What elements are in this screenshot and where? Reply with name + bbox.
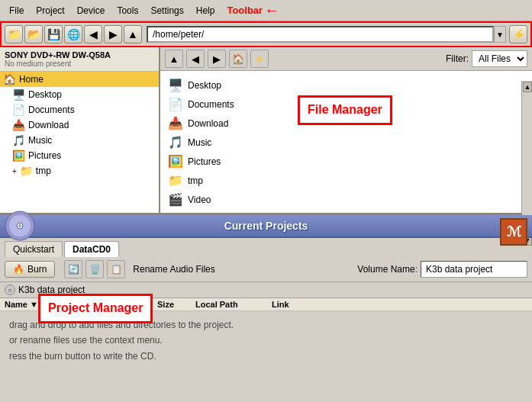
nav-up-btn[interactable]: ▲ — [165, 50, 183, 68]
filter-label: Filter: — [446, 53, 469, 64]
address-dropdown-btn[interactable]: ▼ — [494, 26, 506, 43]
menu-project[interactable]: Project — [30, 4, 70, 18]
nav-back-btn[interactable]: ◀ — [186, 50, 205, 68]
toolbar-extra-btn[interactable]: ⚡ — [509, 25, 527, 43]
toolbar-up-btn[interactable]: ▲ — [124, 25, 142, 43]
k3b-clear-btn[interactable]: 🗑️ — [85, 260, 104, 278]
toolbar-annotation: Toolbar — [227, 5, 263, 16]
k3b-tabs: Quickstart DataCD0 — [0, 238, 532, 257]
home-label: Home — [19, 74, 44, 85]
bm-tmp-label: tmp — [188, 175, 203, 186]
k3b-header: Current Projects ℳ — [0, 215, 532, 238]
filter-select[interactable]: All Files — [472, 50, 527, 67]
tree-container: 🏠 Home 🖥️ Desktop 📄 Documents 📥 Download… — [0, 72, 159, 213]
pictures-label: Pictures — [28, 150, 61, 161]
scroll-track — [522, 93, 532, 234]
documents-label: Documents — [28, 105, 75, 115]
bm-video-icon: 🎬 — [168, 192, 183, 207]
k3b-toolbar: 🔥 Burn 🔄 🗑️ 📋 Rename Audio Files Volume … — [0, 257, 532, 282]
address-input[interactable] — [147, 26, 494, 43]
toolbar-new-btn[interactable]: 📁 — [5, 25, 23, 43]
tab-datacd0[interactable]: DataCD0 — [64, 241, 119, 257]
drive-header: SONY DVD+-RW DW-Q58A No medium present — [0, 47, 159, 72]
toolbar: 📁 📂 💾 🌐 ◀ ▶ ▲ ▼ ⚡ — [0, 21, 532, 47]
toolbar-save-btn[interactable]: 💾 — [44, 25, 63, 43]
bm-documents-label: Documents — [188, 99, 234, 110]
tree-item-desktop[interactable]: 🖥️ Desktop — [0, 87, 159, 102]
scroll-up-btn[interactable]: ▲ — [523, 82, 532, 92]
bm-pictures-label: Pictures — [188, 156, 221, 167]
menu-device[interactable]: Device — [71, 4, 111, 18]
k3b-props-btn[interactable]: 📋 — [107, 260, 125, 278]
tree-item-home[interactable]: 🏠 Home — [0, 72, 159, 87]
desktop-label: Desktop — [28, 89, 62, 100]
bm-pictures-icon: 🖼️ — [168, 154, 183, 169]
tree-item-tmp[interactable]: + 📁 tmp — [0, 163, 159, 178]
tab-quickstart[interactable]: Quickstart — [5, 241, 63, 257]
bm-download-icon: 📥 — [168, 116, 183, 130]
menu-settings[interactable]: Settings — [144, 4, 189, 18]
volume-name-label: Volume Name: — [357, 264, 418, 275]
tree-item-documents[interactable]: 📄 Documents — [0, 102, 159, 117]
documents-icon: 📄 — [12, 104, 25, 116]
burn-icon: 🔥 — [13, 264, 24, 275]
project-manager-annotation: Project Manager — [38, 294, 153, 323]
k3b-title: Current Projects — [224, 220, 308, 232]
toolbar-web-btn[interactable]: 🌐 — [64, 25, 82, 43]
tree-item-music[interactable]: 🎵 Music — [0, 133, 159, 148]
bm-video-label: Video — [188, 195, 211, 205]
burn-label: Burn — [27, 264, 47, 275]
download-label: Download — [28, 120, 69, 130]
col-size-header[interactable]: Size — [157, 300, 195, 309]
bm-desktop[interactable]: 🖥️ Desktop — [168, 76, 524, 95]
bm-desktop-label: Desktop — [188, 80, 221, 91]
k3b-logo: ℳ — [500, 218, 527, 246]
file-manager-annotation: File Manager — [298, 95, 392, 125]
col-path-header[interactable]: Local Path — [195, 300, 272, 309]
pictures-icon: 🖼️ — [12, 150, 25, 162]
bm-tmp-icon: 📁 — [168, 173, 183, 188]
tree-item-pictures[interactable]: 🖼️ Pictures — [0, 148, 159, 163]
left-panel: SONY DVD+-RW DW-Q58A No medium present 🏠… — [0, 47, 160, 213]
nav-forward-btn[interactable]: ▶ — [208, 50, 226, 68]
bookmark-star-btn[interactable]: ★ — [250, 50, 269, 68]
address-bar: ▼ — [147, 26, 506, 43]
bm-music[interactable]: 🎵 Music — [168, 133, 524, 152]
drop-instruction-2: or rename files use the context menu. — [9, 333, 523, 348]
bm-video[interactable]: 🎬 Video — [168, 190, 524, 209]
volume-name-input[interactable] — [421, 261, 527, 278]
tmp-label: tmp — [36, 166, 51, 176]
bm-tmp[interactable]: 📁 tmp — [168, 171, 524, 190]
menu-help[interactable]: Help — [190, 4, 221, 18]
nav-home-btn[interactable]: 🏠 — [229, 50, 247, 68]
toolbar-back-btn[interactable]: ◀ — [84, 25, 102, 43]
bm-music-icon: 🎵 — [168, 135, 183, 150]
k3b-refresh-btn[interactable]: 🔄 — [64, 260, 82, 278]
toolbar-open-btn[interactable]: 📂 — [24, 25, 43, 43]
k3b-logo-text: ℳ — [507, 224, 521, 240]
fm-label-text: File Manager — [308, 102, 382, 118]
bm-download-label: Download — [188, 118, 228, 129]
expand-icon: + — [12, 167, 17, 175]
bm-pictures[interactable]: 🖼️ Pictures — [168, 152, 524, 171]
music-label: Music — [28, 135, 52, 146]
col-link-header[interactable]: Link — [272, 300, 527, 309]
tree-item-download[interactable]: 📥 Download — [0, 117, 159, 133]
download-icon: 📥 — [12, 119, 25, 131]
burn-button[interactable]: 🔥 Burn — [5, 261, 55, 278]
home-icon: 🏠 — [3, 73, 16, 85]
rename-label: Rename Audio Files — [133, 264, 214, 275]
menu-tools[interactable]: Tools — [111, 4, 144, 18]
desktop-icon: 🖥️ — [12, 88, 25, 101]
toolbar-forward-btn[interactable]: ▶ — [104, 25, 122, 43]
bm-desktop-icon: 🖥️ — [168, 78, 183, 92]
right-panel: ▲ ◀ ▶ 🏠 ★ Filter: All Files 🖥️ Desktop 📄… — [160, 47, 532, 213]
svg-point-3 — [18, 224, 21, 227]
project-status-icon: ○ — [5, 285, 15, 295]
music-icon: 🎵 — [12, 134, 25, 146]
bookmarks-list: 🖥️ Desktop 📄 Documents 📥 Download 🎵 Musi… — [160, 71, 532, 213]
drive-title: SONY DVD+-RW DW-Q58A — [5, 50, 154, 59]
drop-instruction-3: ress the burn button to write the CD. — [9, 349, 523, 364]
drop-area: drag and drop to add files and directori… — [0, 311, 532, 402]
menu-file[interactable]: File — [3, 4, 30, 18]
